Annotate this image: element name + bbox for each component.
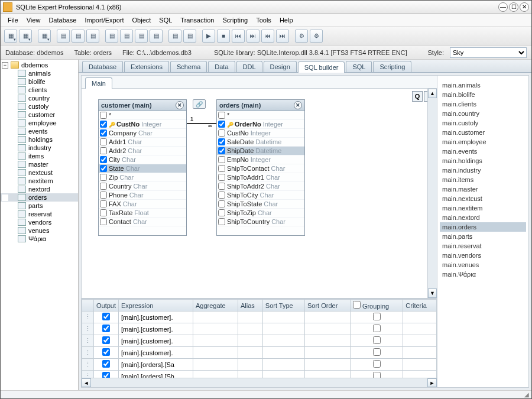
aggregate-cell[interactable] xyxy=(193,323,238,335)
row-handle[interactable]: ⋮ xyxy=(82,359,94,371)
tab-database[interactable]: Database xyxy=(82,61,123,72)
menu-database[interactable]: Database xyxy=(45,15,80,25)
tree-item-Ψάρια[interactable]: Ψάρια xyxy=(1,235,78,243)
row-handle[interactable]: ⋮ xyxy=(82,323,94,335)
grouping-cell[interactable] xyxy=(350,347,403,359)
column-checkbox[interactable] xyxy=(100,147,107,154)
column-CustNo[interactable]: CustNo Integer xyxy=(217,129,304,138)
maximize-button[interactable]: ☐ xyxy=(509,2,518,12)
menu-help[interactable]: Help xyxy=(276,15,297,25)
toolbar-button-17[interactable]: ▶ xyxy=(202,30,215,43)
column-checkbox[interactable] xyxy=(100,209,107,216)
grid-row[interactable]: ⋮[main].[customer]. xyxy=(82,335,437,347)
grid-header-sort order[interactable]: Sort Order xyxy=(304,300,350,312)
column-OrderNo[interactable]: OrderNo Integer xyxy=(217,120,304,129)
grouping-header-checkbox[interactable] xyxy=(353,301,361,309)
canvas-vscroll[interactable]: ▲ ▼ xyxy=(427,89,437,298)
minimize-button[interactable]: — xyxy=(498,2,508,12)
tree-item-nextord[interactable]: nextord xyxy=(1,185,78,193)
sortorder-cell[interactable] xyxy=(304,347,350,359)
side-item-main-nextord[interactable]: main.nextord xyxy=(440,213,526,222)
alias-cell[interactable] xyxy=(238,335,263,347)
column-*[interactable]: * xyxy=(217,111,304,120)
menu-view[interactable]: View xyxy=(23,15,44,25)
output-checkbox[interactable] xyxy=(102,360,110,368)
toolbar-button-21[interactable]: ⏮ xyxy=(261,30,274,43)
menu-scripting[interactable]: Scripting xyxy=(219,15,251,25)
grouping-checkbox[interactable] xyxy=(373,336,381,344)
grouping-checkbox[interactable] xyxy=(373,372,381,378)
tree-item-reservat[interactable]: reservat xyxy=(1,210,78,218)
grid-hscroll[interactable]: ◄ ► xyxy=(82,378,437,387)
sorttype-cell[interactable] xyxy=(262,312,304,323)
sorttype-cell[interactable] xyxy=(262,335,304,347)
toolbar-button-10[interactable]: ▤ xyxy=(120,30,133,43)
grouping-checkbox[interactable] xyxy=(373,325,381,332)
column-checkbox[interactable] xyxy=(218,165,225,172)
tab-schema[interactable]: Schema xyxy=(170,61,207,72)
output-cell[interactable] xyxy=(94,347,119,359)
column-Addr1[interactable]: Addr1 Char xyxy=(99,138,186,147)
toolbar-button-5[interactable]: ▤ xyxy=(57,30,70,43)
aggregate-cell[interactable] xyxy=(193,335,238,347)
subtab-main[interactable]: Main xyxy=(85,77,112,89)
expression-cell[interactable]: [main].[customer]. xyxy=(119,323,193,335)
grouping-cell[interactable] xyxy=(350,312,403,323)
side-item-main-orders[interactable]: main.orders xyxy=(440,222,526,232)
column-checkbox[interactable] xyxy=(218,129,225,137)
diagram-canvas[interactable]: Q + ▲ ▼ customer (main)✕* CustNo Integer… xyxy=(82,89,437,298)
sorttype-cell[interactable] xyxy=(262,323,304,335)
toolbar-button-14[interactable]: ▤ xyxy=(168,30,181,43)
column-ShipToCity[interactable]: ShipToCity Char xyxy=(217,191,304,200)
column-Phone[interactable]: Phone Char xyxy=(99,191,186,200)
criteria-grid[interactable]: OutputExpressionAggregateAliasSort TypeS… xyxy=(82,299,437,378)
tab-design[interactable]: Design xyxy=(264,61,297,72)
db-tree[interactable]: −dbdemosanimalsbiolifeclientscountrycust… xyxy=(1,60,79,390)
close-button[interactable]: ✕ xyxy=(520,2,529,12)
output-cell[interactable] xyxy=(94,371,119,378)
side-item-main-clients[interactable]: main.clients xyxy=(440,99,526,109)
column-Company[interactable]: Company Char xyxy=(99,129,186,138)
row-handle[interactable]: ⋮ xyxy=(82,312,94,323)
side-item-main-custoly[interactable]: main.custoly xyxy=(440,118,526,128)
alias-cell[interactable] xyxy=(238,347,263,359)
style-select[interactable]: Sky xyxy=(450,47,527,58)
column-checkbox[interactable] xyxy=(218,218,225,225)
grouping-checkbox[interactable] xyxy=(373,348,381,356)
grid-header-aggregate[interactable]: Aggregate xyxy=(193,300,238,312)
column-checkbox[interactable] xyxy=(218,156,225,163)
tree-item-orders[interactable]: orders xyxy=(1,193,78,202)
output-checkbox[interactable] xyxy=(102,372,110,378)
grid-row[interactable]: ⋮[main].[customer]. xyxy=(82,312,437,323)
column-checkbox[interactable] xyxy=(100,138,107,145)
tree-item-clients[interactable]: clients xyxy=(1,86,78,94)
tab-extensions[interactable]: Extensions xyxy=(124,61,169,72)
side-item-main-Ψάρια[interactable]: main.Ψάρια xyxy=(440,270,526,279)
criteria-cell[interactable] xyxy=(403,371,437,378)
column-checkbox[interactable] xyxy=(218,200,225,207)
tab-scripting[interactable]: Scripting xyxy=(373,61,411,72)
toolbar-button-22[interactable]: ⏭ xyxy=(276,30,289,43)
column-checkbox[interactable] xyxy=(218,209,225,216)
scroll-down-icon[interactable]: ▼ xyxy=(428,288,437,298)
side-item-main-master[interactable]: main.master xyxy=(440,184,526,194)
expression-cell[interactable]: [main].[orders].[Sa xyxy=(119,359,193,371)
side-item-main-holdings[interactable]: main.holdings xyxy=(440,156,526,166)
side-item-main-items[interactable]: main.items xyxy=(440,175,526,184)
grid-header-alias[interactable]: Alias xyxy=(238,300,263,312)
column-checkbox[interactable] xyxy=(218,121,225,128)
column-City[interactable]: City Char xyxy=(99,155,186,164)
grid-row[interactable]: ⋮[main].[customer]. xyxy=(82,323,437,335)
column-checkbox[interactable] xyxy=(218,147,225,154)
grid-row[interactable]: ⋮[main].[customer]. xyxy=(82,347,437,359)
row-handle[interactable]: ⋮ xyxy=(82,347,94,359)
table-box-1[interactable]: orders (main)✕* OrderNo IntegerCustNo In… xyxy=(216,99,305,236)
grouping-checkbox[interactable] xyxy=(373,313,381,320)
tree-item-items[interactable]: items xyxy=(1,152,78,160)
column-checkbox[interactable] xyxy=(218,174,225,181)
sorttype-cell[interactable] xyxy=(262,371,304,378)
toolbar-button-7[interactable]: ▤ xyxy=(86,30,99,43)
column-Zip[interactable]: Zip Char xyxy=(99,173,186,182)
sorttype-cell[interactable] xyxy=(262,359,304,371)
expression-cell[interactable]: [main].[orders].[Sh xyxy=(119,371,193,378)
